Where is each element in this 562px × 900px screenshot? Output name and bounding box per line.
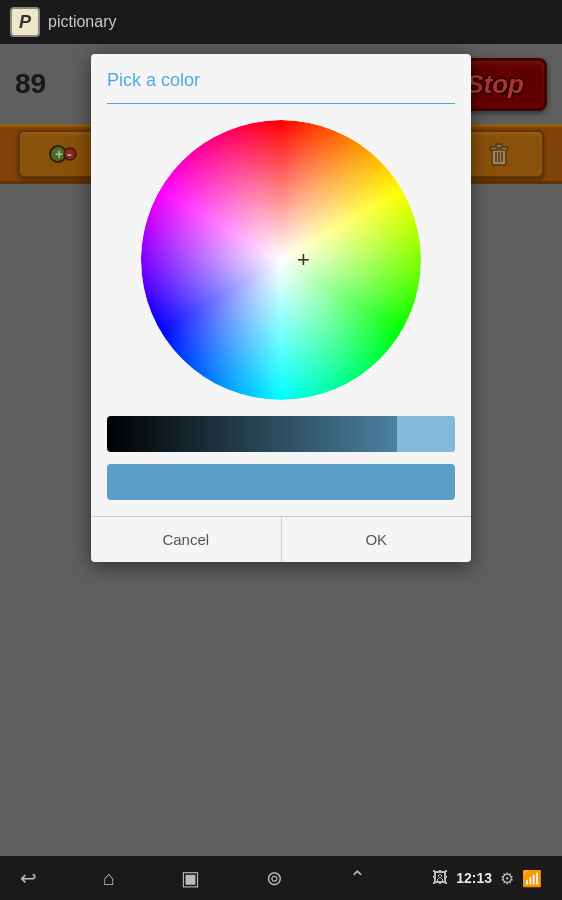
dialog-overlay: Pick a color (0, 44, 562, 856)
color-dialog: Pick a color (91, 54, 471, 562)
dialog-title: Pick a color (107, 70, 455, 91)
signal-icon: 📶 (522, 869, 542, 888)
color-wheel[interactable]: + (141, 120, 421, 400)
main-area: 89 Seconds Stop + - (0, 44, 562, 856)
top-bar: P pictionary (0, 0, 562, 44)
white-overlay (141, 120, 421, 400)
up-icon[interactable]: ⌃ (349, 866, 366, 890)
brightness-slider[interactable] (107, 416, 455, 452)
ok-button[interactable]: OK (282, 517, 472, 562)
dialog-divider (107, 103, 455, 104)
recent-icon[interactable]: ▣ (181, 866, 200, 890)
home-icon[interactable]: ⌂ (103, 867, 115, 890)
back-icon[interactable]: ↩ (20, 866, 37, 890)
color-wheel-container[interactable]: + (107, 120, 455, 400)
settings-icon: ⚙ (500, 869, 514, 888)
clock: 12:13 (456, 870, 492, 886)
bottom-nav: ↩ ⌂ ▣ ⊚ ⌃ 🖼 12:13 ⚙ 📶 (0, 856, 562, 900)
grid-icon[interactable]: ⊚ (266, 866, 283, 890)
selected-color-preview (107, 464, 455, 500)
app-title: pictionary (48, 13, 116, 31)
brightness-preview (397, 416, 455, 452)
cancel-button[interactable]: Cancel (91, 517, 282, 562)
app-icon: P (10, 7, 40, 37)
dialog-buttons: Cancel OK (91, 516, 471, 562)
status-right: 🖼 12:13 ⚙ 📶 (432, 869, 542, 888)
image-icon: 🖼 (432, 869, 448, 887)
